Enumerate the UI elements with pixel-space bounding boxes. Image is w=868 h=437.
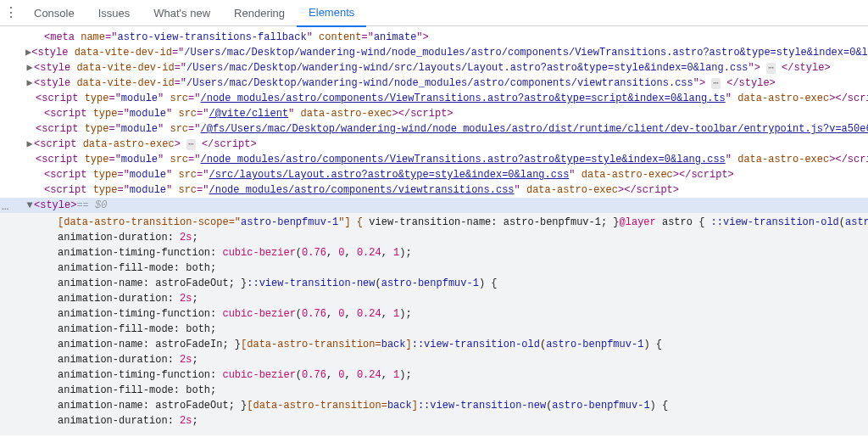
devtools-tabbar: ⋮ Console Issues What's new Rendering El…	[0, 0, 868, 26]
ellipsis-icon[interactable]: ⋯	[766, 63, 776, 74]
src-link[interactable]: /node_modules/astro/components/ViewTrans…	[200, 91, 725, 106]
tab-console[interactable]: Console	[22, 0, 86, 25]
style-text-content[interactable]: [data-astro-transition-scope="astro-benp…	[0, 213, 868, 435]
dom-node-style-selected[interactable]: … ▼ <style> == $0	[0, 198, 868, 213]
dom-node-script[interactable]: <script type="module" src="/@fs/Users/ma…	[0, 121, 868, 137]
dom-node-script[interactable]: <script type="module" src="/@vite/client…	[0, 106, 868, 121]
collapse-icon[interactable]: ▼	[25, 198, 34, 213]
dom-node-script[interactable]: ▶ <script data-astro-exec> ⋯ </script>	[0, 137, 868, 152]
src-link[interactable]: /@vite/client	[209, 106, 288, 121]
dom-node-script[interactable]: <script type="module" src="/node_modules…	[0, 152, 868, 167]
dom-node-script[interactable]: <script type="module" src="/node_modules…	[0, 91, 868, 106]
dom-node-script[interactable]: <script type="module" src="/node_modules…	[0, 182, 868, 198]
dom-node-style[interactable]: ▶ <style data-vite-dev-id="/Users/mac/De…	[0, 76, 868, 91]
tab-elements[interactable]: Elements	[297, 0, 366, 27]
expand-icon[interactable]: ▶	[25, 137, 34, 152]
dom-tree[interactable]: <meta name="astro-view-transitions-fallb…	[0, 26, 868, 435]
expand-icon[interactable]: ▶	[25, 60, 34, 76]
more-menu-button[interactable]: ⋮	[0, 6, 22, 20]
src-link[interactable]: /src/layouts/Layout.astro?astro&type=sty…	[209, 167, 569, 182]
dom-node-script[interactable]: <script type="module" src="/src/layouts/…	[0, 167, 868, 182]
dom-node-style[interactable]: ▶ <style data-vite-dev-id="/Users/mac/De…	[0, 60, 868, 76]
ellipsis-icon[interactable]: ⋯	[186, 139, 196, 150]
expand-icon[interactable]: ▶	[25, 45, 31, 60]
tab-rendering[interactable]: Rendering	[222, 0, 297, 25]
ellipsis-icon[interactable]: ⋯	[711, 78, 721, 89]
src-link[interactable]: /node_modules/astro/components/viewtrans…	[209, 182, 514, 198]
expand-icon[interactable]: ▶	[25, 76, 34, 91]
src-link[interactable]: /node_modules/astro/components/ViewTrans…	[200, 152, 725, 167]
tab-issues[interactable]: Issues	[86, 0, 142, 25]
tab-whatsnew[interactable]: What's new	[142, 0, 222, 25]
src-link[interactable]: /@fs/Users/mac/Desktop/wandering-wind/no…	[200, 121, 868, 137]
row-actions-icon[interactable]: …	[2, 199, 8, 214]
dom-node-style[interactable]: ▶ <style data-vite-dev-id="/Users/mac/De…	[0, 45, 868, 60]
selected-marker: == $0	[76, 198, 107, 213]
dom-node-meta[interactable]: <meta name="astro-view-transitions-fallb…	[0, 30, 868, 45]
